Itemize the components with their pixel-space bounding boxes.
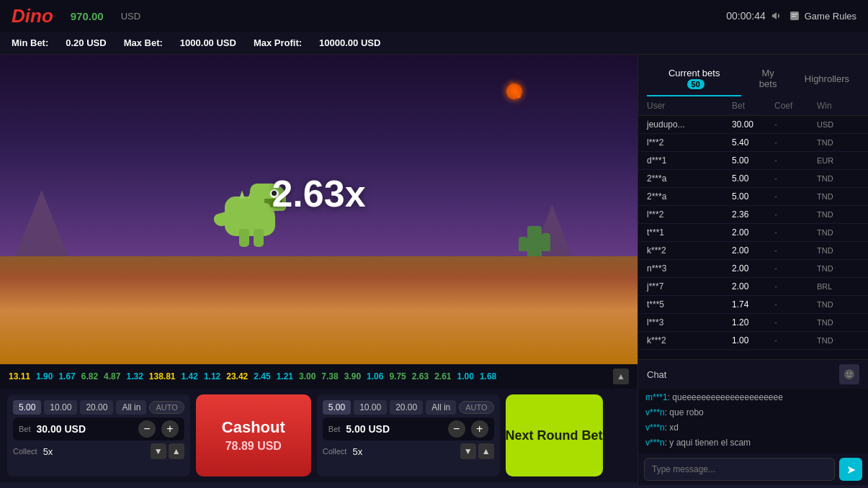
svg-point-4 — [847, 373, 849, 374]
bet-count-badge: 50 — [687, 79, 704, 89]
history-scroll-button[interactable]: ▲ — [613, 369, 629, 384]
quick-bet-5[interactable]: 5.00 — [13, 400, 41, 415]
chat-title: Chat — [647, 369, 666, 380]
history-bar: 13.111.901.676.824.871.32138.811.421.122… — [0, 364, 637, 389]
cell-currency: TND — [817, 318, 859, 327]
quick-bet-allin[interactable]: All in — [116, 400, 146, 415]
cell-currency: EUR — [817, 156, 859, 165]
chat-send-button[interactable]: ➤ — [839, 458, 862, 481]
cell-currency: TND — [817, 336, 859, 345]
collect-down-left[interactable]: ▼ — [151, 443, 166, 459]
cell-coef: - — [774, 227, 817, 238]
cell-currency: TND — [817, 228, 859, 237]
tab-current-bets[interactable]: Current bets 50 — [647, 62, 741, 96]
quick-bet-5-right[interactable]: 5.00 — [323, 400, 351, 415]
history-value[interactable]: 1.21 — [277, 371, 293, 381]
history-value[interactable]: 2.63 — [412, 371, 429, 381]
ground — [0, 256, 637, 365]
chat-section: Chat : perdi todo ahorra jajam***0: quee… — [638, 359, 868, 485]
chat-messages: : perdi todo ahorra jajam***0: queeeeeee… — [638, 389, 868, 453]
cell-coef: - — [774, 209, 817, 220]
quick-bet-allin-right[interactable]: All in — [426, 400, 456, 415]
bet-label-left: Bet — [19, 425, 31, 433]
quick-bet-10[interactable]: 10.00 — [44, 400, 77, 415]
chat-message: v***n: y aqui tienen el scam — [645, 435, 861, 451]
history-value[interactable]: 138.81 — [149, 371, 176, 381]
history-value[interactable]: 1.67 — [58, 371, 75, 381]
quick-bet-20[interactable]: 20.00 — [80, 400, 113, 415]
cell-coef: - — [774, 137, 817, 148]
history-value[interactable]: 1.12 — [204, 371, 220, 381]
collect-up-left[interactable]: ▲ — [169, 443, 184, 459]
history-value[interactable]: 1.42 — [182, 371, 198, 381]
history-value[interactable]: 3.90 — [344, 371, 361, 381]
history-value[interactable]: 2.61 — [434, 371, 451, 381]
chat-input-row: ➤ — [638, 453, 868, 485]
cell-user: l***2 — [647, 137, 732, 148]
history-value[interactable]: 4.87 — [104, 371, 120, 381]
collect-value-left: 5x — [43, 446, 53, 457]
cell-currency: BRL — [817, 282, 859, 291]
dino-leg-back — [239, 229, 249, 247]
history-value[interactable]: 7.38 — [321, 371, 338, 381]
history-value[interactable]: 1.06 — [367, 371, 383, 381]
stats-bar: Min Bet: 0.20 USD Max Bet: 1000.00 USD M… — [0, 32, 868, 55]
cell-bet: 5.00 — [732, 155, 774, 166]
quick-bet-10-right[interactable]: 10.00 — [354, 400, 387, 415]
cell-currency: TND — [817, 264, 859, 273]
bet-increase-left[interactable]: + — [161, 420, 179, 438]
cell-user: 2***a — [647, 191, 732, 202]
meteor — [506, 83, 522, 99]
table-row: n***3 2.00 - TND — [638, 260, 868, 278]
history-value[interactable]: 13.11 — [9, 371, 30, 381]
balance-amount: 970.00 — [71, 10, 104, 22]
bet-decrease-left[interactable]: − — [138, 420, 156, 438]
game-rules-button[interactable]: Game Rules — [789, 10, 856, 22]
bet-panel-left: 5.00 10.00 20.00 All in AUTO Bet 30.00 U… — [7, 394, 190, 476]
col-coef: Coef — [774, 101, 817, 111]
quick-bet-20-right[interactable]: 20.00 — [390, 400, 423, 415]
multiplier-display: 2.63x — [272, 172, 365, 215]
game-canvas: 2.63x — [0, 55, 637, 364]
history-value[interactable]: 2.45 — [254, 371, 270, 381]
bet-amount-row-right: Bet 5.00 USD − + — [323, 417, 494, 440]
history-value[interactable]: 1.00 — [457, 371, 474, 381]
tab-highrollers[interactable]: Highrollers — [795, 68, 859, 91]
history-value[interactable]: 9.75 — [389, 371, 406, 381]
max-profit-label: Max Profit: — [254, 37, 302, 48]
bet-decrease-right[interactable]: − — [448, 420, 465, 438]
book-icon — [789, 10, 800, 22]
chat-emoji-button[interactable] — [839, 364, 859, 384]
history-value[interactable]: 23.42 — [226, 371, 248, 381]
table-header: User Bet Coef Win — [638, 96, 868, 116]
cell-currency: TND — [817, 192, 859, 201]
history-value[interactable]: 1.68 — [480, 371, 496, 381]
cell-currency: USD — [817, 120, 859, 129]
collect-down-right[interactable]: ▼ — [460, 443, 476, 459]
next-round-bet-button[interactable]: Next Round Bet — [506, 394, 603, 476]
chat-input[interactable] — [644, 458, 835, 481]
cell-coef: - — [774, 119, 817, 130]
cell-bet: 2.00 — [732, 227, 774, 238]
cell-currency: TND — [817, 138, 859, 147]
history-value[interactable]: 6.82 — [81, 371, 98, 381]
cashout-button[interactable]: Cashout 78.89 USD — [196, 394, 311, 476]
collect-up-right[interactable]: ▲ — [478, 443, 494, 459]
bet-value-left: 30.00 USD — [37, 423, 133, 435]
cell-user: j***7 — [647, 281, 732, 292]
tab-my-bets[interactable]: My bets — [741, 62, 794, 96]
auto-toggle-left[interactable]: AUTO — [149, 401, 184, 414]
cell-user: k***2 — [647, 335, 732, 345]
cell-coef: - — [774, 317, 817, 327]
cell-coef: - — [774, 191, 817, 202]
bet-increase-right[interactable]: + — [471, 420, 488, 438]
cell-bet: 1.74 — [732, 299, 774, 309]
svg-point-5 — [851, 373, 852, 374]
sound-icon[interactable] — [771, 10, 783, 22]
cell-coef: - — [774, 263, 817, 274]
history-value[interactable]: 1.32 — [126, 371, 143, 381]
auto-toggle-right[interactable]: AUTO — [459, 401, 493, 414]
history-value[interactable]: 1.90 — [36, 371, 53, 381]
history-value[interactable]: 3.00 — [299, 371, 316, 381]
main-layout: 2.63x — [0, 55, 868, 485]
